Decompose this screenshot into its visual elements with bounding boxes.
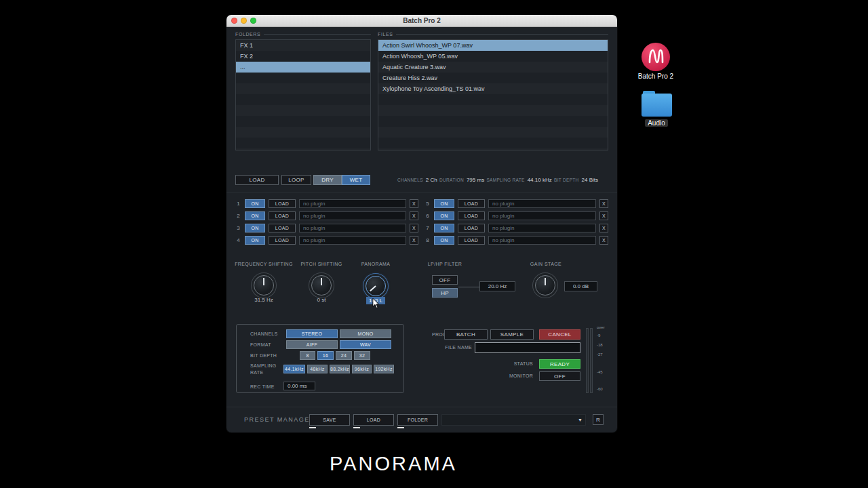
plugin-remove-button[interactable]: X bbox=[410, 236, 418, 245]
folder-body bbox=[642, 94, 672, 117]
frequency-shifting-knob[interactable] bbox=[254, 275, 274, 296]
plugin-remove-button[interactable]: X bbox=[599, 211, 608, 220]
loop-button[interactable]: LOOP bbox=[281, 175, 311, 185]
plugin-name-field[interactable]: no plugin bbox=[488, 199, 596, 208]
sampling-rate-88-button[interactable]: 88.2kHz bbox=[330, 365, 350, 373]
minimize-window-button[interactable] bbox=[241, 18, 247, 24]
plugin-slot-number: 8 bbox=[425, 237, 431, 243]
plugin-on-button[interactable]: ON bbox=[245, 211, 265, 220]
file-name-input[interactable] bbox=[475, 342, 580, 353]
folders-list[interactable]: FX 1 FX 2 ... bbox=[235, 39, 371, 150]
preset-reset-button[interactable]: R bbox=[593, 414, 604, 425]
panorama-label: PANORAMA bbox=[342, 262, 410, 266]
file-item-label: Action Swirl Whoosh_WP 07.wav bbox=[382, 42, 473, 49]
files-list[interactable]: Action Swirl Whoosh_WP 07.wav Action Who… bbox=[378, 39, 608, 150]
close-window-button[interactable] bbox=[231, 18, 237, 24]
bit-depth-8-button[interactable]: 8 bbox=[300, 351, 315, 360]
filter-off-button[interactable]: OFF bbox=[432, 275, 458, 285]
plugin-name-field[interactable]: no plugin bbox=[299, 236, 406, 245]
window-titlebar[interactable]: Batch Pro 2 bbox=[226, 15, 617, 27]
plugin-remove-button[interactable]: X bbox=[599, 199, 608, 208]
plugin-on-button[interactable]: ON bbox=[245, 199, 265, 208]
sampling-rate-192-button[interactable]: 192kHz bbox=[374, 365, 394, 373]
plugin-on-button[interactable]: ON bbox=[434, 211, 454, 220]
preset-save-button[interactable]: SAVE bbox=[309, 414, 350, 426]
plugin-on-button[interactable]: ON bbox=[434, 236, 454, 245]
plugin-name-field[interactable]: no plugin bbox=[299, 199, 406, 208]
panorama-knob[interactable] bbox=[366, 276, 386, 296]
mouse-cursor-icon bbox=[372, 298, 379, 309]
plugin-name-field[interactable]: no plugin bbox=[488, 236, 596, 245]
channels-info-value: 2 Ch bbox=[426, 177, 437, 183]
knob-pointer bbox=[370, 285, 376, 291]
audio-folder-icon[interactable] bbox=[642, 91, 672, 117]
sampling-rate-48-button[interactable]: 48kHz bbox=[307, 365, 328, 373]
plugin-name-field[interactable]: no plugin bbox=[299, 224, 406, 232]
filter-frequency-field[interactable]: 20.0 Hz bbox=[479, 281, 515, 291]
file-item[interactable]: Xylophone Toy Ascending_TS 01.wav bbox=[378, 83, 608, 94]
file-item[interactable]: Aquatic Creature 3.wav bbox=[378, 62, 608, 73]
filter-hp-button[interactable]: HP bbox=[432, 288, 458, 298]
app-icon-label[interactable]: Batch Pro 2 bbox=[629, 73, 683, 80]
plugin-name-field[interactable]: no plugin bbox=[488, 224, 596, 232]
sampling-rate-44-button[interactable]: 44.1kHz bbox=[283, 365, 305, 373]
bit-depth-16-button[interactable]: 16 bbox=[317, 351, 334, 360]
plugin-load-button[interactable]: LOAD bbox=[458, 199, 485, 208]
folder-icon-label[interactable]: Audio bbox=[629, 119, 684, 127]
gain-stage-knob[interactable] bbox=[535, 275, 555, 296]
channels-stereo-button[interactable]: STEREO bbox=[286, 329, 338, 338]
sampling-rate-96-button[interactable]: 96kHz bbox=[352, 365, 372, 373]
channels-mono-button[interactable]: MONO bbox=[340, 329, 391, 338]
meter-bar-left bbox=[586, 328, 589, 393]
plugin-remove-button[interactable]: X bbox=[410, 224, 418, 232]
zoom-window-button[interactable] bbox=[250, 18, 256, 24]
load-sample-button[interactable]: LOAD bbox=[235, 175, 279, 185]
plugin-on-button[interactable]: ON bbox=[245, 236, 265, 245]
bit-depth-32-button[interactable]: 32 bbox=[354, 351, 370, 360]
plugin-remove-button[interactable]: X bbox=[599, 236, 608, 245]
bit-depth-24-button[interactable]: 24 bbox=[336, 351, 352, 360]
folder-item[interactable]: FX 2 bbox=[236, 51, 370, 62]
batch-button[interactable]: BATCH bbox=[444, 329, 488, 340]
rec-time-field[interactable]: 0.00 ms bbox=[283, 382, 315, 390]
file-item[interactable]: Creature Hiss 2.wav bbox=[378, 73, 608, 83]
plugin-on-button[interactable]: ON bbox=[245, 224, 265, 232]
wet-toggle-button[interactable]: WET bbox=[342, 175, 370, 185]
plugin-load-button[interactable]: LOAD bbox=[269, 236, 296, 245]
pitch-shifting-knob[interactable] bbox=[311, 275, 332, 296]
status-label: STATUS bbox=[498, 361, 533, 366]
batch-pro-app-icon[interactable] bbox=[641, 42, 671, 72]
cancel-button[interactable]: CANCEL bbox=[539, 329, 580, 340]
plugin-on-button[interactable]: ON bbox=[434, 199, 454, 208]
plugin-load-button[interactable]: LOAD bbox=[269, 224, 296, 232]
meter-tick-18: -18 bbox=[597, 343, 603, 347]
folder-item[interactable]: FX 1 bbox=[236, 40, 370, 51]
plugin-load-button[interactable]: LOAD bbox=[269, 211, 296, 220]
window-title: Batch Pro 2 bbox=[226, 17, 617, 24]
format-aiff-button[interactable]: AIFF bbox=[286, 340, 338, 349]
plugin-remove-button[interactable]: X bbox=[599, 224, 608, 232]
plugin-load-button[interactable]: LOAD bbox=[458, 211, 485, 220]
plugin-remove-button[interactable]: X bbox=[410, 211, 418, 220]
plugin-load-button[interactable]: LOAD bbox=[269, 199, 296, 208]
preset-load-button[interactable]: LOAD bbox=[353, 414, 394, 426]
meter-tick-27: -27 bbox=[597, 352, 603, 357]
preset-save-tick bbox=[309, 427, 316, 428]
file-item[interactable]: Action Whoosh_WP 05.wav bbox=[378, 51, 608, 62]
preset-dropdown[interactable]: ▼ bbox=[441, 414, 586, 426]
dry-toggle-button[interactable]: DRY bbox=[313, 175, 342, 185]
sample-button[interactable]: SAMPLE bbox=[490, 329, 534, 340]
format-wav-button[interactable]: WAV bbox=[340, 340, 391, 349]
plugin-load-button[interactable]: LOAD bbox=[458, 224, 485, 232]
output-format-label: FORMAT bbox=[250, 342, 271, 347]
plugin-name-field[interactable]: no plugin bbox=[488, 211, 596, 220]
plugin-on-button[interactable]: ON bbox=[434, 224, 454, 232]
plugin-remove-button[interactable]: X bbox=[410, 199, 418, 208]
preset-folder-button[interactable]: FOLDER bbox=[397, 414, 438, 426]
plugin-load-button[interactable]: LOAD bbox=[458, 236, 485, 245]
monitor-off-button[interactable]: OFF bbox=[539, 371, 580, 381]
gain-stage-value-field[interactable]: 0.0 dB bbox=[564, 281, 597, 291]
file-item-selected[interactable]: Action Swirl Whoosh_WP 07.wav bbox=[378, 40, 608, 51]
plugin-name-field[interactable]: no plugin bbox=[299, 211, 406, 220]
folder-item-selected[interactable]: ... bbox=[236, 62, 370, 73]
